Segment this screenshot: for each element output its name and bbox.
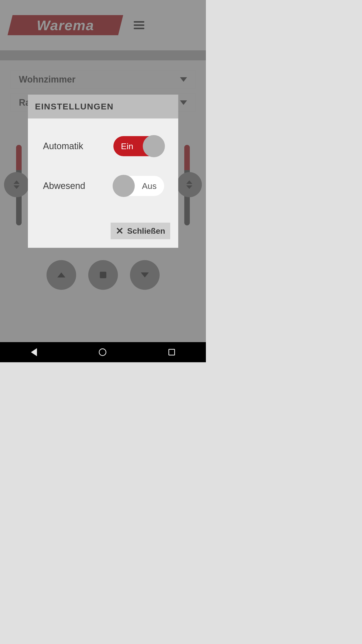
abwesend-label: Abwesend bbox=[43, 181, 85, 191]
nav-home-button[interactable] bbox=[99, 348, 106, 356]
nav-back-button[interactable] bbox=[31, 348, 37, 356]
app-viewport: Warema Wohnzimmer Ra bbox=[0, 0, 206, 342]
toggle-state-text: Aus bbox=[142, 181, 157, 191]
toggle-knob bbox=[113, 175, 135, 197]
close-icon: ✕ bbox=[116, 226, 124, 236]
automatik-toggle[interactable]: Ein bbox=[113, 136, 164, 156]
modal-title: EINSTELLUNGEN bbox=[28, 95, 178, 118]
settings-modal: EINSTELLUNGEN Automatik Ein Abwesend Aus… bbox=[28, 95, 178, 248]
abwesend-toggle[interactable]: Aus bbox=[113, 176, 164, 196]
close-button[interactable]: ✕ Schließen bbox=[111, 223, 170, 239]
automatik-label: Automatik bbox=[43, 141, 83, 151]
abwesend-row: Abwesend Aus bbox=[43, 176, 164, 196]
nav-recent-button[interactable] bbox=[168, 349, 175, 355]
automatik-row: Automatik Ein bbox=[43, 136, 164, 156]
android-navbar bbox=[0, 342, 206, 362]
toggle-knob bbox=[143, 135, 165, 157]
toggle-state-text: Ein bbox=[121, 141, 133, 151]
close-button-label: Schließen bbox=[127, 226, 165, 236]
